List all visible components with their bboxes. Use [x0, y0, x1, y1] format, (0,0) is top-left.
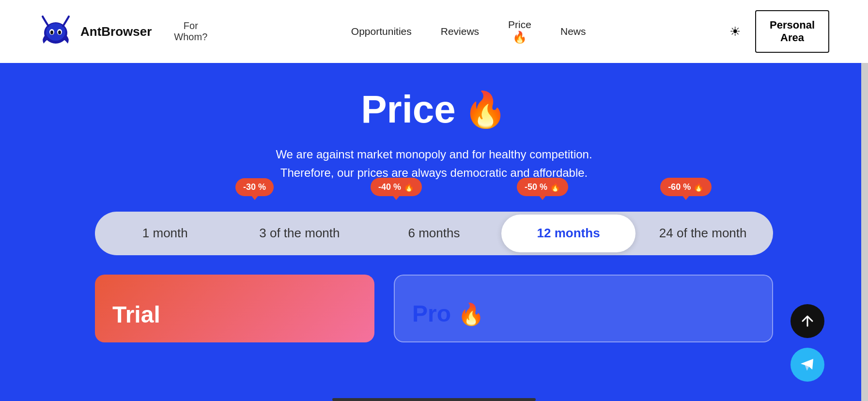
pro-card-title: Pro [412, 300, 451, 327]
period-6months[interactable]: 6 months [367, 215, 501, 252]
nav-center: Opportunities Reviews Price 🔥 News [351, 19, 586, 44]
navigation: AntBrowser For Whom? Opportunities Revie… [0, 0, 868, 63]
trial-card-title: Trial [112, 301, 160, 328]
telegram-icon [799, 356, 816, 373]
svg-point-4 [50, 31, 53, 34]
page-scrollbar[interactable] [332, 398, 536, 401]
arrow-up-icon [800, 313, 815, 329]
theme-toggle-icon[interactable]: ☀ [729, 24, 741, 39]
page-title-row: Price 🔥 [361, 87, 507, 132]
period-24months[interactable]: 24 of the month [636, 215, 770, 252]
cards-row: Trial Pro 🔥 [95, 275, 773, 342]
price-fire-icon: 🔥 [512, 31, 527, 44]
badge-50-fire: 🔥 [550, 182, 560, 192]
period-pill: 1 month 3 of the month 6 months 12 month… [95, 212, 773, 255]
svg-point-5 [58, 31, 61, 34]
badge-40-fire: 🔥 [403, 182, 414, 192]
nav-price[interactable]: Price 🔥 [508, 19, 531, 44]
logo-text: AntBrowser [80, 24, 152, 39]
subtitle: We are against market monopoly and for h… [276, 145, 592, 183]
nav-left: AntBrowser For Whom? [39, 15, 207, 48]
logo-icon [39, 15, 73, 48]
page-title: Price [361, 87, 456, 132]
personal-area-button[interactable]: Personal Area [755, 10, 829, 53]
pro-card-fire-icon: 🔥 [458, 302, 484, 327]
period-1month[interactable]: 1 month [98, 215, 232, 252]
trial-card[interactable]: Trial [95, 275, 374, 342]
badge-60: -60 % 🔥 [660, 178, 712, 196]
main-section: Price 🔥 We are against market monopoly a… [0, 63, 868, 401]
nav-right: ☀ Personal Area [729, 10, 829, 53]
pro-card[interactable]: Pro 🔥 [394, 275, 773, 342]
title-fire-icon: 🔥 [464, 89, 507, 130]
period-selector-container: -30 % -40 % 🔥 -50 % 🔥 -60 % 🔥 1 month 3 … [95, 212, 773, 255]
nav-opportunities[interactable]: Opportunities [351, 26, 412, 37]
nav-for-whom[interactable]: For Whom? [174, 20, 207, 43]
telegram-button[interactable] [790, 348, 824, 382]
badge-30: -30 % [235, 178, 274, 196]
nav-reviews[interactable]: Reviews [441, 26, 479, 37]
scroll-up-button[interactable] [790, 304, 824, 338]
period-12months[interactable]: 12 months [501, 215, 636, 252]
nav-news[interactable]: News [560, 26, 586, 37]
period-3month[interactable]: 3 of the month [232, 215, 367, 252]
badge-60-fire: 🔥 [693, 182, 704, 192]
